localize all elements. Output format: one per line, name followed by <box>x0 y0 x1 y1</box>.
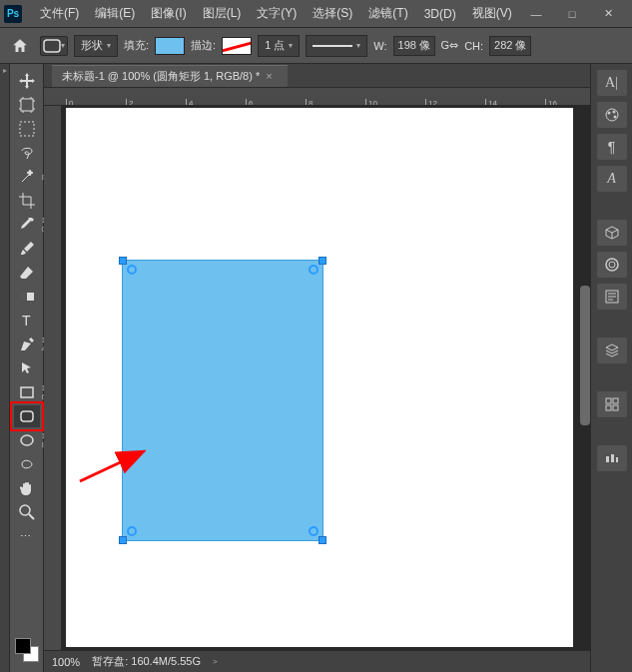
edit-toolbar-button[interactable]: ⋯ <box>14 525 40 547</box>
crop-tool[interactable] <box>14 190 40 212</box>
tool-mode-dropdown[interactable]: 形状 ▾ <box>74 35 118 57</box>
lasso-tool[interactable] <box>14 142 40 164</box>
lasso-icon <box>19 145 35 161</box>
marquee-tool[interactable] <box>14 118 40 140</box>
pen-tool[interactable]: 1 4 <box>14 334 40 355</box>
close-button[interactable]: ✕ <box>596 4 620 24</box>
svg-rect-2 <box>20 122 34 136</box>
zoom-level[interactable]: 100% <box>52 656 80 668</box>
svg-text:T: T <box>22 313 31 329</box>
menu-edit[interactable]: 编辑(E) <box>87 0 143 27</box>
eraser-tool[interactable] <box>14 262 40 284</box>
svg-rect-18 <box>606 398 611 403</box>
flyout-handle-icon[interactable]: ▸ <box>1 66 9 74</box>
eyedropper-icon <box>19 217 35 233</box>
hand-tool[interactable] <box>14 477 40 499</box>
height-field[interactable] <box>489 36 531 56</box>
paragraph-panel-button[interactable]: ¶ <box>597 134 627 160</box>
svg-rect-23 <box>611 454 614 462</box>
maximize-button[interactable]: □ <box>560 4 584 24</box>
scratch-disk-info[interactable]: 暂存盘: 160.4M/5.55G <box>92 654 201 669</box>
history-panel-button[interactable] <box>597 445 627 471</box>
vertical-scrollbar[interactable] <box>578 106 590 525</box>
close-tab-icon[interactable]: × <box>266 70 278 82</box>
color-panel-button[interactable] <box>597 102 627 128</box>
gradient-tool[interactable] <box>14 286 40 308</box>
glyphs-panel-button[interactable]: A <box>597 166 627 192</box>
ellipse-tool[interactable]: 1 8 <box>14 429 40 451</box>
character-panel-button[interactable]: A| <box>597 70 627 96</box>
foreground-color-swatch[interactable] <box>15 638 31 654</box>
status-flyout-icon[interactable]: > <box>213 657 218 666</box>
type-icon: T <box>19 313 35 329</box>
corner-radius-handle-bl[interactable] <box>127 526 137 536</box>
path-selection-tool[interactable] <box>14 357 40 379</box>
canvas-wrap <box>44 106 590 650</box>
fill-swatch[interactable] <box>155 37 185 55</box>
ruler-tick: 16 <box>545 99 557 105</box>
menu-filter[interactable]: 滤镜(T) <box>360 0 415 27</box>
corner-radius-handle-tl[interactable] <box>127 265 137 275</box>
foreground-background-swatch[interactable] <box>15 638 39 662</box>
menu-view[interactable]: 视图(V) <box>464 0 520 27</box>
move-tool[interactable] <box>14 70 40 92</box>
glyph-icon: A <box>607 171 616 187</box>
canvas[interactable] <box>66 108 573 647</box>
grid-panel-button[interactable] <box>597 391 627 417</box>
home-button[interactable] <box>6 32 34 60</box>
transform-handle-tl[interactable] <box>119 257 127 265</box>
menu-type[interactable]: 文字(Y) <box>249 0 305 27</box>
properties-panel-button[interactable] <box>597 284 627 310</box>
transform-handle-bl[interactable] <box>119 536 127 544</box>
scratch-label: 暂存盘: <box>92 655 128 667</box>
type-tool[interactable]: T <box>14 310 40 332</box>
right-panel-rail: A| ¶ A <box>590 64 632 672</box>
rectangle-tool[interactable]: 1 6 <box>14 381 40 403</box>
link-wh-icon[interactable]: G⇔ <box>441 39 459 52</box>
magic-wand-tool[interactable]: 8 <box>14 166 40 188</box>
artboard-tool[interactable] <box>14 94 40 116</box>
menu-bar: Ps 文件(F) 编辑(E) 图像(I) 图层(L) 文字(Y) 选择(S) 滤… <box>0 0 632 28</box>
transform-handle-tr[interactable] <box>318 257 326 265</box>
transform-handle-br[interactable] <box>318 536 326 544</box>
stroke-style-dropdown[interactable]: ▾ <box>306 35 367 57</box>
document-tab[interactable]: 未标题-1 @ 100% (圆角矩形 1, RGB/8) * × <box>52 65 288 87</box>
pen-icon <box>19 336 35 352</box>
width-field[interactable] <box>393 36 435 56</box>
menu-select[interactable]: 选择(S) <box>305 0 360 27</box>
toolbox: 8 1 0 T 1 4 1 6 1 8 ⋯ <box>10 64 44 672</box>
corner-radius-handle-tr[interactable] <box>309 265 318 275</box>
svg-rect-20 <box>606 405 611 410</box>
vertical-ruler[interactable] <box>44 106 62 650</box>
main-area: ▸ 8 1 0 T 1 4 1 6 1 8 ⋯ 未标题-1 @ 100% (圆角… <box>0 64 632 672</box>
libraries-panel-button[interactable] <box>597 252 627 278</box>
height-label: CH: <box>464 40 483 52</box>
3d-panel-button[interactable] <box>597 220 627 246</box>
arrow-cursor-icon <box>19 360 35 376</box>
minimize-button[interactable]: — <box>524 4 548 24</box>
zoom-tool[interactable] <box>14 501 40 523</box>
ruler-tick: 10 <box>365 99 377 105</box>
document-tab-title: 未标题-1 @ 100% (圆角矩形 1, RGB/8) * <box>62 69 260 84</box>
menu-file[interactable]: 文件(F) <box>32 0 87 27</box>
menu-layer[interactable]: 图层(L) <box>195 0 250 27</box>
canvas-viewport[interactable] <box>62 106 590 650</box>
artboard-icon <box>19 97 35 113</box>
scrollbar-thumb[interactable] <box>580 286 590 425</box>
width-label: W: <box>373 40 386 52</box>
menu-3d[interactable]: 3D(D) <box>416 0 464 27</box>
blob-icon <box>19 456 35 472</box>
character-icon: A| <box>605 75 618 91</box>
stroke-swatch[interactable] <box>222 37 252 55</box>
brush-tool[interactable] <box>14 238 40 260</box>
rounded-rectangle-shape[interactable] <box>122 260 323 541</box>
custom-shape-tool[interactable] <box>14 453 40 475</box>
stroke-width-dropdown[interactable]: 1 点 ▾ <box>258 35 300 57</box>
rounded-rectangle-tool[interactable] <box>14 405 40 427</box>
current-tool-preset[interactable]: ▾ <box>40 36 68 56</box>
layers-panel-button[interactable] <box>597 337 627 363</box>
menu-image[interactable]: 图像(I) <box>143 0 194 27</box>
eyedropper-tool[interactable]: 1 0 <box>14 214 40 236</box>
corner-radius-handle-br[interactable] <box>309 526 318 536</box>
horizontal-ruler[interactable]: 0 2 4 6 8 10 12 14 16 <box>44 88 590 106</box>
